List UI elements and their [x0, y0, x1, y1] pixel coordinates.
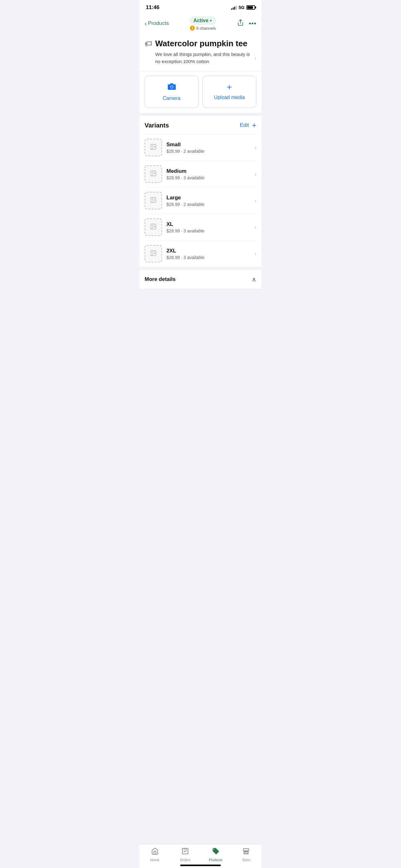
svg-point-19 — [152, 225, 153, 226]
variant-info: Large $28.99 · 2 available — [166, 195, 252, 207]
variant-image-placeholder — [144, 218, 162, 236]
status-bar: 11:46 5G — [140, 0, 261, 13]
product-header: 🏷 Watercolor pumpkin tee We love all thi… — [140, 34, 261, 71]
variants-header: Variants Edit + — [144, 121, 257, 130]
variant-meta: $28.99 · 2 available — [166, 202, 252, 207]
store-icon — [242, 847, 250, 857]
svg-point-2 — [170, 86, 173, 88]
variants-actions: Edit + — [240, 121, 257, 130]
active-status-label: Active — [193, 18, 208, 24]
battery-icon — [246, 5, 255, 10]
image-placeholder-icon — [150, 223, 157, 231]
info-icon: i — [190, 26, 195, 31]
plus-icon: + — [227, 82, 232, 92]
status-icons: 5G — [231, 5, 255, 10]
upload-media-label: Upload media — [214, 95, 245, 100]
tab-store[interactable]: Store — [231, 847, 262, 862]
camera-label: Camera — [163, 96, 180, 101]
variant-meta: $28.99 · 2 available — [166, 149, 252, 154]
add-variant-button[interactable]: + — [252, 121, 257, 130]
variant-meta: $28.99 · 3 available — [166, 175, 252, 180]
variant-image-placeholder — [144, 192, 162, 209]
edit-variants-button[interactable]: Edit — [240, 122, 249, 128]
more-options-button[interactable]: ••• — [249, 20, 257, 27]
variants-section: Variants Edit + Small — [140, 116, 261, 267]
channels-row: i 6 channels — [190, 26, 216, 31]
tab-store-label: Store — [242, 858, 250, 862]
svg-point-9 — [152, 172, 153, 173]
tab-home-label: Home — [150, 858, 159, 862]
product-desc-row[interactable]: We love all things pumpkin, and this bea… — [144, 51, 257, 65]
variant-item[interactable]: Small $28.99 · 2 available › — [144, 134, 257, 161]
tag-icon: 🏷 — [144, 39, 152, 48]
variant-name: Large — [166, 195, 252, 201]
variant-image-placeholder — [144, 245, 162, 262]
nav-bar: ‹ Products Active ▾ i 6 channels ••• — [140, 13, 261, 34]
svg-rect-31 — [244, 852, 248, 854]
upload-media-button[interactable]: + Upload media — [202, 75, 257, 108]
variant-chevron-icon: › — [255, 144, 257, 151]
variant-info: Small $28.99 · 2 available — [166, 142, 252, 154]
variant-chevron-icon: › — [255, 197, 257, 204]
variant-name: XL — [166, 221, 252, 227]
variant-chevron-icon: › — [255, 251, 257, 257]
media-section: Camera + Upload media — [140, 72, 261, 113]
signal-icon — [231, 5, 237, 10]
product-title-row: 🏷 Watercolor pumpkin tee — [144, 39, 257, 49]
tab-orders[interactable]: Orders — [170, 847, 201, 862]
variant-name: Medium — [166, 168, 252, 174]
product-title: Watercolor pumpkin tee — [155, 39, 247, 49]
camera-svg — [167, 82, 176, 91]
share-icon — [237, 19, 244, 26]
more-details-label: More details — [144, 276, 175, 282]
image-placeholder-icon — [150, 196, 157, 205]
svg-point-4 — [152, 145, 153, 146]
network-type: 5G — [239, 5, 244, 10]
product-description: We love all things pumpkin, and this bea… — [155, 51, 252, 65]
camera-icon — [167, 82, 176, 93]
status-time: 11:46 — [146, 4, 159, 11]
image-placeholder-icon — [150, 170, 157, 178]
tab-products-label: Products — [209, 858, 222, 862]
back-button[interactable]: ‹ Products — [144, 20, 169, 27]
desc-chevron-icon: › — [255, 55, 257, 61]
variant-info: Medium $28.99 · 3 available — [166, 168, 252, 180]
variant-info: XL $28.99 · 3 available — [166, 221, 252, 234]
variant-item[interactable]: Large $28.99 · 2 available › — [144, 187, 257, 214]
back-label: Products — [148, 20, 169, 27]
variant-chevron-icon: › — [255, 171, 257, 178]
share-button[interactable] — [237, 19, 244, 28]
active-status-button[interactable]: Active ▾ — [190, 16, 216, 25]
camera-button[interactable]: Camera — [144, 75, 199, 108]
back-chevron-icon: ‹ — [144, 20, 147, 27]
variant-item[interactable]: XL $28.99 · 3 available › — [144, 214, 257, 240]
image-placeholder-icon — [150, 250, 157, 258]
variant-chevron-icon: › — [255, 224, 257, 230]
more-details-chevron-icon: ∧ — [252, 276, 257, 283]
image-placeholder-icon — [150, 144, 157, 152]
home-icon — [151, 847, 159, 857]
active-chevron-icon: ▾ — [210, 19, 212, 23]
channels-count: 6 channels — [196, 26, 216, 31]
tab-home[interactable]: Home — [140, 847, 170, 862]
variant-meta: $28.99 · 3 available — [166, 228, 252, 234]
variants-list: Small $28.99 · 2 available › — [144, 134, 257, 267]
nav-actions: ••• — [237, 19, 257, 28]
variant-meta: $28.99 · 3 available — [166, 255, 252, 260]
orders-icon — [181, 847, 189, 857]
tab-products[interactable]: Products — [201, 847, 231, 862]
svg-point-24 — [152, 251, 153, 252]
nav-center: Active ▾ i 6 channels — [190, 16, 216, 31]
variants-title: Variants — [144, 122, 169, 129]
tab-orders-label: Orders — [180, 858, 191, 862]
products-icon — [212, 847, 220, 857]
variant-image-placeholder — [144, 165, 162, 183]
variant-image-placeholder — [144, 139, 162, 156]
variant-name: Small — [166, 142, 252, 148]
variant-name: 2XL — [166, 248, 252, 254]
home-indicator — [180, 865, 221, 866]
svg-point-14 — [152, 198, 153, 199]
variant-item[interactable]: 2XL $28.99 · 3 available › — [144, 240, 257, 267]
variant-item[interactable]: Medium $28.99 · 3 available › — [144, 161, 257, 187]
more-details-section[interactable]: More details ∧ — [140, 270, 261, 289]
